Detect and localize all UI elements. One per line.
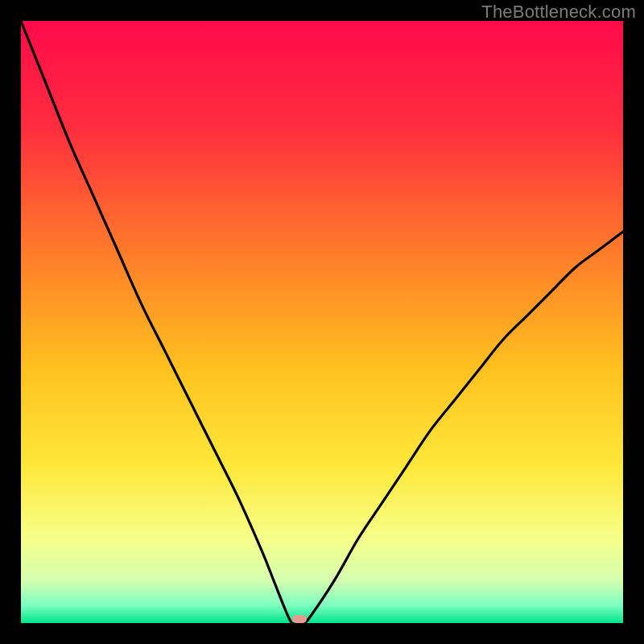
plot-area bbox=[21, 21, 623, 623]
optimum-marker bbox=[292, 615, 307, 623]
svg-rect-0 bbox=[292, 615, 307, 623]
chart-container: TheBottleneck.com bbox=[0, 0, 644, 644]
bottleneck-chart bbox=[0, 0, 644, 644]
watermark-text: TheBottleneck.com bbox=[481, 2, 636, 23]
